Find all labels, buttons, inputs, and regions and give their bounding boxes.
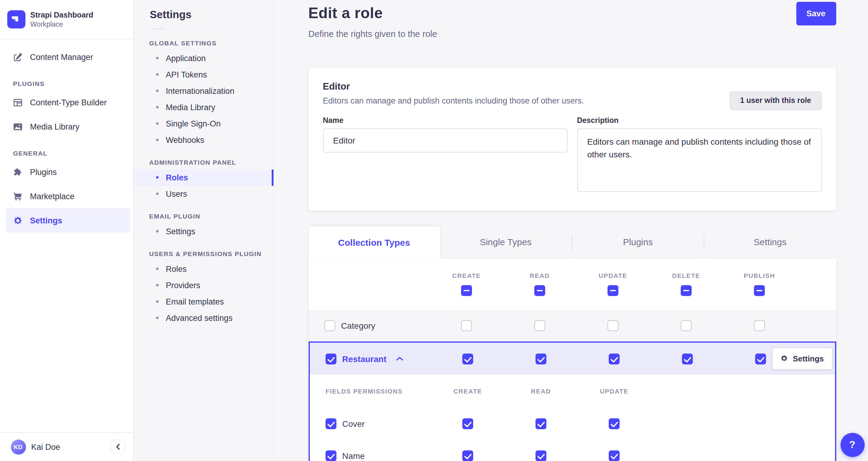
subnav-item-advanced-settings[interactable]: Advanced settings [134,310,274,326]
read-master-checkbox[interactable] [534,285,545,296]
help-button[interactable]: ? [840,433,864,457]
tab-collection-types[interactable]: Collection Types [308,226,440,258]
fields-permissions-header: FIELDS PERMISSIONS CREATE READ UPDATE [310,375,835,408]
bullet-icon [156,300,158,303]
name-row-checkbox[interactable] [326,451,336,461]
publish-master-checkbox[interactable] [754,285,765,296]
restaurant-read-checkbox[interactable] [535,353,547,364]
subnav-item-users[interactable]: Users [134,185,274,202]
gear-icon [781,355,788,362]
field-row-name: Name [310,440,835,461]
subnav-item-email-settings[interactable]: Settings [134,223,274,239]
category-row-checkbox[interactable] [324,320,335,331]
restaurant-row-checkbox[interactable] [326,353,336,364]
category-update-checkbox[interactable] [608,320,618,331]
column-header-create: CREATE [452,272,481,279]
subnav-item-email-templates[interactable]: Email templates [134,293,274,310]
sidebar-item-media-library[interactable]: Media Library [6,114,130,139]
settings-subnav: Settings GLOBAL SETTINGS Application API… [134,0,274,461]
role-details-card: Editor Editors can manage and publish co… [308,68,836,210]
content-type-builder-icon [13,98,22,107]
name-field[interactable] [323,128,567,152]
strapi-logo-icon [7,10,25,28]
save-button[interactable]: Save [796,1,836,25]
collapse-sidebar-button[interactable] [111,439,125,454]
sidebar-user-footer: KD Kai Doe [0,432,133,461]
name-create-checkbox[interactable] [462,451,473,461]
restaurant-settings-button[interactable]: Settings [772,347,832,370]
create-master-checkbox[interactable] [461,285,472,296]
description-field[interactable]: Editors can manage and publish contents … [577,128,822,192]
subnav-section-email-plugin: EMAIL PLUGIN [134,212,274,220]
main-content: Edit a role Define the rights given to t… [275,0,868,461]
subnav-item-media-library[interactable]: Media Library [134,99,274,115]
chevron-up-icon[interactable] [396,356,403,361]
column-header-delete: DELETE [672,272,700,279]
bullet-icon [156,139,158,141]
cover-update-checkbox[interactable] [609,418,620,429]
sidebar-item-label: Content Manager [30,52,93,61]
delete-master-checkbox[interactable] [681,285,692,296]
cover-row-checkbox[interactable] [326,418,336,429]
restaurant-create-checkbox[interactable] [462,353,473,364]
bullet-icon [156,176,158,179]
subnav-section-global-settings: GLOBAL SETTINGS [134,39,274,46]
update-master-checkbox[interactable] [608,285,618,296]
settings-gear-icon [13,216,22,225]
bullet-icon [156,106,158,108]
page-subtitle: Define the rights given to the role [308,29,836,39]
category-delete-checkbox[interactable] [681,320,692,331]
permissions-header-row: CREATE READ UPDATE DELETE [308,258,836,310]
cover-create-checkbox[interactable] [462,418,473,429]
restaurant-delete-checkbox[interactable] [682,353,693,364]
subnav-item-webhooks[interactable]: Webhooks [134,132,274,148]
row-label[interactable]: Restaurant [342,354,386,364]
sidebar-item-settings[interactable]: Settings [6,208,130,232]
table-row-restaurant: Restaurant [310,343,835,375]
workspace-brand[interactable]: Strapi Dashboard Workplace [0,0,133,39]
tab-settings[interactable]: Settings [704,226,836,258]
page-header: Edit a role Define the rights given to t… [275,0,868,39]
strapi-admin-page: Strapi Dashboard Workplace Content Manag… [0,0,868,461]
tab-single-types[interactable]: Single Types [440,226,571,258]
category-create-checkbox[interactable] [461,320,472,331]
sidebar-item-label: Content-Type Builder [30,98,107,107]
name-update-checkbox[interactable] [609,451,620,461]
sidebar-item-plugins[interactable]: Plugins [6,160,130,184]
sidebar-item-label: Settings [30,216,62,225]
subnav-title: Settings [134,8,274,21]
users-with-role-button[interactable]: 1 user with this role [730,91,822,110]
name-read-checkbox[interactable] [535,451,547,461]
subnav-item-roles[interactable]: Roles [134,169,274,185]
fields-column-read: READ [531,388,551,395]
user-name: Kai Doe [31,442,111,451]
restaurant-publish-checkbox[interactable] [755,353,766,364]
chevron-left-icon [116,444,120,450]
bullet-icon [156,317,158,319]
row-label: Name [342,451,365,461]
marketplace-icon [13,192,22,201]
subnav-item-up-roles[interactable]: Roles [134,261,274,277]
cover-read-checkbox[interactable] [535,418,547,429]
subnav-item-internationalization[interactable]: Internationalization [134,83,274,99]
column-header-read: READ [530,272,550,279]
permissions-section: Collection Types Single Types Plugins Se… [308,226,836,461]
subnav-item-single-sign-on[interactable]: Single Sign-On [134,115,274,132]
subnav-item-api-tokens[interactable]: API Tokens [134,66,274,83]
table-row-category: Category [308,310,836,341]
workspace-subtitle: Workplace [30,20,93,28]
restaurant-update-checkbox[interactable] [609,353,620,364]
category-read-checkbox[interactable] [534,320,545,331]
sidebar-item-content-manager[interactable]: Content Manager [6,45,130,69]
sidebar-item-label: Plugins [30,167,57,176]
row-label: Cover [342,419,365,429]
fields-column-create: CREATE [454,388,482,395]
subnav-item-application[interactable]: Application [134,50,274,66]
subnav-item-providers[interactable]: Providers [134,277,274,293]
tab-plugins[interactable]: Plugins [572,226,704,258]
sidebar-item-marketplace[interactable]: Marketplace [6,184,130,208]
avatar[interactable]: KD [10,439,26,454]
category-publish-checkbox[interactable] [754,320,765,331]
bullet-icon [156,90,158,92]
sidebar-item-content-type-builder[interactable]: Content-Type Builder [6,90,130,114]
